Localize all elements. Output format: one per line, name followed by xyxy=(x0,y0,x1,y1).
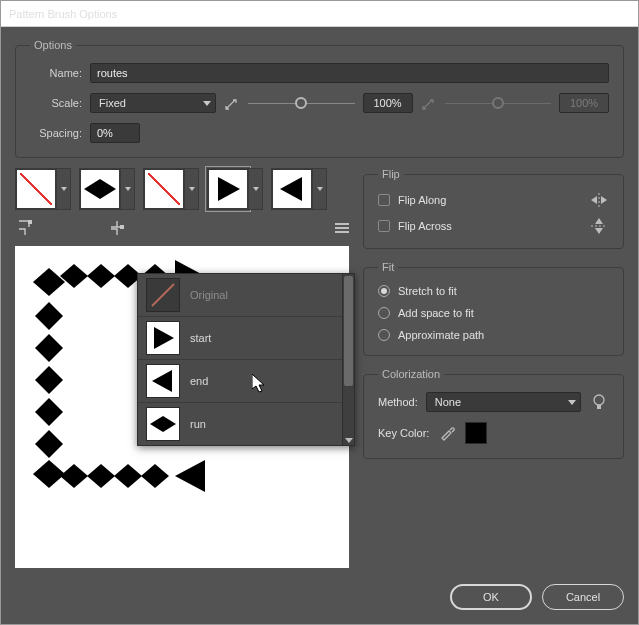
inner-corner-tile[interactable] xyxy=(143,168,185,210)
svg-marker-33 xyxy=(150,416,176,432)
svg-rect-29 xyxy=(597,405,601,409)
flip-along-label: Flip Along xyxy=(398,194,446,206)
fit-stretch-label: Stretch to fit xyxy=(398,285,457,297)
svg-marker-31 xyxy=(154,327,174,349)
popup-thumb-end xyxy=(146,364,180,398)
svg-marker-13 xyxy=(35,366,63,394)
svg-marker-24 xyxy=(601,196,607,204)
chevron-down-icon xyxy=(203,101,211,106)
ok-button[interactable]: OK xyxy=(450,584,532,610)
scale-label: Scale: xyxy=(30,97,82,109)
start-tile[interactable] xyxy=(207,168,249,210)
popup-thumb-start xyxy=(146,321,180,355)
fit-approx-radio[interactable] xyxy=(378,329,390,341)
svg-marker-27 xyxy=(595,228,603,234)
svg-marker-18 xyxy=(87,464,115,488)
tile-popup: Original start end xyxy=(137,273,355,446)
button-row: OK Cancel xyxy=(15,578,624,610)
svg-marker-15 xyxy=(35,430,63,458)
preview-tool-corner-a[interactable] xyxy=(17,220,37,236)
svg-marker-19 xyxy=(114,464,142,488)
svg-marker-26 xyxy=(595,218,603,224)
fit-addspace-label: Add space to fit xyxy=(398,307,474,319)
inner-corner-tile-menu[interactable] xyxy=(185,168,199,210)
fit-group: Fit Stretch to fit Add space to fit Appr… xyxy=(363,261,624,356)
svg-marker-23 xyxy=(591,196,597,204)
dialog-content: Options Name: Scale: Fixed 100% xyxy=(1,27,638,624)
svg-marker-8 xyxy=(87,264,115,288)
options-group: Options Name: Scale: Fixed 100% xyxy=(15,39,624,158)
scale-slider-a[interactable] xyxy=(248,93,355,113)
side-tile-menu[interactable] xyxy=(57,168,71,210)
popup-item-original[interactable]: Original xyxy=(138,274,342,317)
popup-thumb-run xyxy=(146,407,180,441)
svg-marker-17 xyxy=(60,464,88,488)
flip-across-label: Flip Across xyxy=(398,220,452,232)
svg-marker-2 xyxy=(280,177,302,201)
keycolor-label: Key Color: xyxy=(378,427,429,439)
flip-group: Flip Flip Along Flip Across xyxy=(363,168,624,249)
outer-corner-tile[interactable] xyxy=(79,168,121,210)
fit-legend: Fit xyxy=(378,261,398,273)
svg-marker-16 xyxy=(33,460,65,488)
scale-link-icon-a[interactable] xyxy=(224,95,240,111)
popup-item-end[interactable]: end xyxy=(138,360,342,403)
popup-item-start[interactable]: start xyxy=(138,317,342,360)
popup-label: start xyxy=(190,332,211,344)
titlebar: Pattern Brush Options xyxy=(1,1,638,27)
window-title: Pattern Brush Options xyxy=(9,8,117,20)
colorization-group: Colorization Method: None Key Color: xyxy=(363,368,624,459)
scale-mode-select[interactable]: Fixed xyxy=(90,93,216,113)
fit-approx-label: Approximate path xyxy=(398,329,484,341)
scale-value-b: 100% xyxy=(559,93,609,113)
svg-marker-20 xyxy=(141,464,169,488)
svg-marker-11 xyxy=(35,302,63,330)
method-select[interactable]: None xyxy=(426,392,581,412)
method-value: None xyxy=(435,396,461,408)
eyedropper-icon[interactable] xyxy=(437,425,457,441)
colorization-tip-icon[interactable] xyxy=(589,394,609,410)
svg-marker-14 xyxy=(35,398,63,426)
svg-marker-12 xyxy=(35,334,63,362)
flip-across-icon xyxy=(589,218,609,234)
name-label: Name: xyxy=(30,67,82,79)
spacing-input[interactable] xyxy=(90,123,140,143)
svg-marker-0 xyxy=(84,179,116,199)
scale-value-a[interactable]: 100% xyxy=(363,93,413,113)
method-label: Method: xyxy=(378,396,418,408)
outer-corner-tile-menu[interactable] xyxy=(121,168,135,210)
flip-along-checkbox[interactable] xyxy=(378,194,390,206)
popup-scrollbar[interactable] xyxy=(342,274,354,445)
svg-point-28 xyxy=(594,395,604,405)
svg-marker-10 xyxy=(33,268,65,296)
scale-link-icon-b xyxy=(421,95,437,111)
preview-tool-corner-b[interactable] xyxy=(109,220,129,236)
tile-popup-list: Original start end xyxy=(138,274,342,445)
end-tile[interactable] xyxy=(271,168,313,210)
tiles-row xyxy=(15,168,349,210)
end-tile-menu[interactable] xyxy=(313,168,327,210)
cancel-button[interactable]: Cancel xyxy=(542,584,624,610)
popup-thumb-original xyxy=(146,278,180,312)
fit-stretch-radio[interactable] xyxy=(378,285,390,297)
options-legend: Options xyxy=(30,39,76,51)
keycolor-swatch[interactable] xyxy=(465,422,487,444)
popup-item-run[interactable]: run xyxy=(138,403,342,445)
svg-marker-1 xyxy=(218,177,240,201)
panel-menu-icon[interactable] xyxy=(335,221,349,235)
dialog-window: Pattern Brush Options Options Name: Scal… xyxy=(0,0,639,625)
flip-across-checkbox[interactable] xyxy=(378,220,390,232)
svg-marker-9 xyxy=(60,264,88,288)
popup-label: end xyxy=(190,375,208,387)
side-tile[interactable] xyxy=(15,168,57,210)
svg-marker-21 xyxy=(175,460,205,492)
name-input[interactable] xyxy=(90,63,609,83)
svg-line-30 xyxy=(152,284,174,306)
flip-along-icon xyxy=(589,192,609,208)
svg-marker-32 xyxy=(152,370,172,392)
fit-addspace-radio[interactable] xyxy=(378,307,390,319)
start-tile-menu[interactable] xyxy=(249,168,263,210)
popup-label: run xyxy=(190,418,206,430)
spacing-label: Spacing: xyxy=(30,127,82,139)
chevron-down-icon xyxy=(568,400,576,405)
